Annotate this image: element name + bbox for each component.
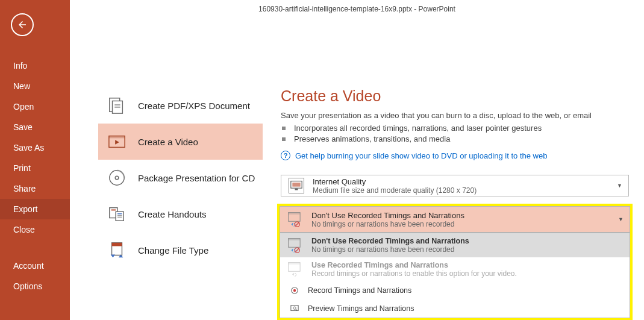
export-type-list: Create PDF/XPS Document Create a Video P… xyxy=(70,18,263,320)
quality-title: Internet Quality xyxy=(313,177,621,186)
sidebar-label: Open xyxy=(13,102,34,111)
narration-off-icon xyxy=(287,237,303,253)
arrow-left-icon xyxy=(17,19,28,30)
narration-text: Don't Use Recorded Timings and Narration… xyxy=(311,211,622,228)
svg-line-27 xyxy=(295,248,299,252)
svg-rect-32 xyxy=(291,306,298,311)
action-label: Preview Timings and Narrations xyxy=(308,304,414,313)
sidebar-label: Account xyxy=(13,261,44,271)
back-button[interactable] xyxy=(11,13,34,36)
section-title: Create a Video xyxy=(281,87,637,105)
sidebar-label: Print xyxy=(13,163,31,173)
main-content: Create PDF/XPS Document Create a Video P… xyxy=(70,18,644,320)
sidebar-item-account[interactable]: Account xyxy=(0,256,70,276)
action-label: Record Timings and Narrations xyxy=(308,286,411,295)
narration-on-icon xyxy=(287,262,303,277)
option-text: Use Recorded Timings and Narrations Reco… xyxy=(311,261,622,278)
filetype-icon xyxy=(107,240,127,260)
help-link[interactable]: Get help burning your slide show video t… xyxy=(295,151,547,160)
export-label: Change File Type xyxy=(138,245,208,256)
export-item-filetype[interactable]: Change File Type xyxy=(98,232,263,268)
svg-rect-3 xyxy=(114,107,120,108)
sidebar-label: Info xyxy=(13,61,27,71)
sidebar-item-print[interactable]: Print xyxy=(0,158,70,178)
sidebar-label: Export xyxy=(13,204,37,214)
sidebar-item-open[interactable]: Open xyxy=(0,96,70,117)
record-icon xyxy=(290,286,299,295)
quality-sub: Medium file size and moderate quality (1… xyxy=(313,186,621,195)
narration-option-use: Use Recorded Timings and Narrations Reco… xyxy=(280,257,630,281)
svg-rect-12 xyxy=(117,213,122,214)
export-item-cd[interactable]: Package Presentation for CD xyxy=(98,160,263,196)
svg-rect-13 xyxy=(117,215,122,216)
narration-dropdown[interactable]: Don't Use Recorded Timings and Narration… xyxy=(280,206,630,233)
narration-icon xyxy=(287,212,303,227)
svg-rect-19 xyxy=(295,189,298,190)
export-item-video[interactable]: Create a Video xyxy=(98,124,263,160)
chevron-down-icon: ▼ xyxy=(617,183,622,189)
export-item-pdf[interactable]: Create PDF/XPS Document xyxy=(98,87,263,124)
title-bar: 160930-artificial-intelligence-template-… xyxy=(70,0,644,18)
svg-line-23 xyxy=(295,222,299,226)
chevron-down-icon: ▼ xyxy=(618,216,624,222)
option-text: Don't Use Recorded Timings and Narration… xyxy=(311,237,622,254)
svg-rect-18 xyxy=(292,183,300,187)
svg-rect-14 xyxy=(117,217,122,218)
sidebar-label: New xyxy=(13,81,30,91)
bullet-item: Incorporates all recorded timings, narra… xyxy=(294,124,637,133)
narration-title: Don't Use Recorded Timings and Narration… xyxy=(311,211,622,220)
sidebar-label: Options xyxy=(13,281,42,291)
svg-rect-29 xyxy=(289,263,301,265)
backstage-sidebar: Info New Open Save Save As Print Share E… xyxy=(0,0,70,320)
narration-sub: No timings or narrations have been recor… xyxy=(311,220,622,228)
svg-point-33 xyxy=(293,307,296,309)
sidebar-label: Close xyxy=(13,225,35,234)
svg-marker-6 xyxy=(115,140,119,145)
sidebar-item-saveas[interactable]: Save As xyxy=(0,137,70,158)
preview-icon xyxy=(290,304,299,313)
option-sub: No timings or narrations have been recor… xyxy=(311,245,622,254)
narration-dropdown-menu: Don't Use Recorded Timings and Narration… xyxy=(280,233,630,318)
svg-rect-16 xyxy=(112,243,122,246)
sidebar-item-export[interactable]: Export xyxy=(0,199,70,219)
sidebar-label: Save As xyxy=(13,143,44,152)
cd-icon xyxy=(107,168,127,188)
sidebar-item-options[interactable]: Options xyxy=(0,276,70,296)
sidebar-items: Info New Open Save Save As Print Share E… xyxy=(0,55,70,296)
sidebar-item-new[interactable]: New xyxy=(0,76,70,96)
svg-point-8 xyxy=(115,176,119,180)
svg-rect-21 xyxy=(289,213,301,215)
narration-action-preview[interactable]: Preview Timings and Narrations xyxy=(280,300,630,318)
export-item-handouts[interactable]: Create Handouts xyxy=(98,196,263,232)
option-title: Use Recorded Timings and Narrations xyxy=(311,261,622,269)
help-icon: ? xyxy=(281,151,290,160)
export-label: Create Handouts xyxy=(138,209,206,219)
help-row: ? Get help burning your slide show video… xyxy=(281,151,637,160)
video-icon xyxy=(107,131,127,152)
sidebar-item-share[interactable]: Share xyxy=(0,178,70,199)
svg-rect-10 xyxy=(111,210,116,211)
video-pane: Create a Video Save your presentation as… xyxy=(263,18,644,320)
monitor-icon xyxy=(289,178,304,193)
quality-text: Internet Quality Medium file size and mo… xyxy=(313,177,621,195)
export-label: Package Presentation for CD xyxy=(138,173,255,183)
video-bullets: Incorporates all recorded timings, narra… xyxy=(294,124,637,143)
sidebar-item-save[interactable]: Save xyxy=(0,117,70,137)
export-label: Create a Video xyxy=(138,137,198,147)
quality-dropdown[interactable]: Internet Quality Medium file size and mo… xyxy=(281,175,629,196)
video-desc: Save your presentation as a video that y… xyxy=(281,111,637,120)
pdf-icon xyxy=(107,95,127,116)
narration-option-dont-use[interactable]: Don't Use Recorded Timings and Narration… xyxy=(280,233,630,257)
sidebar-item-close[interactable]: Close xyxy=(0,219,70,240)
window-title: 160930-artificial-intelligence-template-… xyxy=(258,5,455,13)
narration-action-record[interactable]: Record Timings and Narrations xyxy=(280,281,630,300)
sidebar-item-info[interactable]: Info xyxy=(0,55,70,76)
svg-rect-2 xyxy=(114,104,120,105)
svg-rect-5 xyxy=(109,136,125,139)
option-title: Don't Use Recorded Timings and Narration… xyxy=(311,237,622,245)
sidebar-label: Save xyxy=(13,122,33,132)
handouts-icon xyxy=(107,204,127,224)
export-label: Create PDF/XPS Document xyxy=(138,101,250,111)
option-sub: Record timings or narrations to enable t… xyxy=(311,269,622,278)
svg-rect-25 xyxy=(289,239,301,240)
